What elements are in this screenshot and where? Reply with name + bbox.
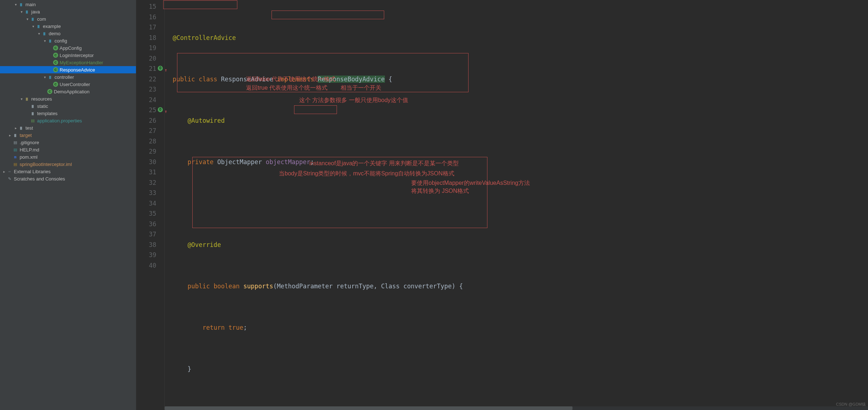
line-number: 32 (136, 178, 156, 188)
tree-item[interactable]: ▮static (0, 102, 136, 110)
tree-item[interactable]: ▾▮main (0, 1, 136, 8)
line-number: 38 (136, 240, 156, 250)
tree-item-label: config (55, 38, 67, 44)
tree-item-label: java (31, 9, 40, 15)
file-icon: ▤ (12, 147, 18, 153)
tree-item-label: target (20, 133, 32, 138)
tree-item-label: Scratches and Consoles (14, 176, 65, 182)
scrollbar-thumb[interactable] (165, 406, 572, 410)
tree-item-label: main (25, 2, 36, 7)
tree-item-label: MyExceptionHandler (60, 60, 103, 65)
folder-icon: ▮ (29, 110, 37, 116)
line-number: 17 (136, 22, 156, 33)
annotation-box (272, 11, 384, 19)
tree-item[interactable]: CUserController (0, 81, 136, 88)
tree-item[interactable]: CAppConfig (0, 44, 136, 52)
line-number: 16 (136, 12, 156, 23)
line-number: 19 (136, 43, 156, 53)
line-number: 39 (136, 250, 156, 260)
tree-item[interactable]: ▤springBootInterceptor.iml (0, 161, 136, 168)
tree-item[interactable]: ✎Scratches and Consoles (0, 175, 136, 182)
project-tree[interactable]: ▾▮main▾▮java▾▮com▾▮example▾▮demo▾▮config… (0, 0, 136, 410)
tree-item[interactable]: ▤.gitignore (0, 139, 136, 146)
tree-item[interactable]: ▸▮test (0, 124, 136, 131)
scratch-icon: ✎ (7, 176, 12, 182)
tree-item[interactable]: ▤HELP.md (0, 146, 136, 153)
tree-item-label: templates (37, 111, 57, 116)
tree-item-label: HELP.md (20, 147, 39, 153)
code-line: private ObjectMapper objectMapper; (173, 157, 868, 167)
tree-item[interactable]: mpom.xml (0, 153, 136, 161)
class-icon: C (53, 53, 58, 58)
tree-item[interactable]: ▾▮controller (0, 73, 136, 81)
line-number: 20 (136, 53, 156, 64)
line-number: 15 (136, 1, 156, 12)
folder-icon: ▮ (41, 31, 48, 36)
tree-item-label: .gitignore (20, 140, 39, 145)
code-line: @Override (173, 240, 868, 250)
line-number: 23 (136, 84, 156, 95)
code-line: @ControllerAdvice (173, 33, 868, 43)
folder-icon: ▮ (35, 23, 43, 29)
tree-item[interactable]: CDemoApplication (0, 88, 136, 95)
tree-item[interactable]: ▾▮demo (0, 30, 136, 37)
tree-item-label: application.properties (37, 118, 82, 123)
folder-icon: ▮ (47, 74, 54, 80)
file-icon: ▤ (12, 139, 18, 145)
code-line: public boolean supports(MethodParameter … (173, 281, 868, 292)
class-icon: C (53, 60, 58, 65)
tree-item[interactable]: CResponseAdvice (0, 66, 136, 73)
annotation-box (163, 0, 237, 9)
line-number: 26 (136, 115, 156, 126)
folder-icon: ▮ (17, 125, 25, 131)
code-area[interactable]: @ControllerAdvice public class ResponseA… (165, 0, 868, 410)
tree-item[interactable]: ▾▮config (0, 37, 136, 44)
tree-item-label: controller (55, 74, 74, 80)
code-line: } (173, 364, 868, 374)
line-number: 18 (136, 33, 156, 43)
code-line: return true; (173, 322, 868, 333)
tree-item-label: AppConfig (60, 45, 82, 51)
tree-item-label: UserController (60, 82, 90, 87)
file-icon: ▤ (30, 118, 36, 123)
tree-item[interactable]: ▾▮com (0, 15, 136, 23)
tree-item[interactable]: ▾▮example (0, 23, 136, 30)
line-number: 24 (136, 95, 156, 105)
tree-item[interactable]: ▸▮target (0, 131, 136, 139)
line-number: 35 (136, 208, 156, 219)
line-number: 37 (136, 229, 156, 240)
tree-item[interactable]: ▾▮resources (0, 95, 136, 102)
annotation-box (294, 105, 337, 114)
folder-icon: ▮ (17, 1, 25, 7)
horizontal-scrollbar[interactable] (165, 406, 868, 410)
annotation-text: 返回true 代表使用这个统一格式 (246, 83, 327, 93)
code-line (173, 198, 868, 209)
folder-icon: ▮ (47, 38, 54, 44)
tree-item-label: DemoApplication (54, 89, 89, 94)
annotation-text: 当body是String类型的时候，mvc不能将Spring自动转换为JSON格… (279, 169, 454, 179)
tree-item-label: test (25, 125, 33, 131)
tree-item[interactable]: ▮templates (0, 110, 136, 117)
chevron-right-icon[interactable]: ▸ (1, 170, 7, 174)
library-icon: ⎓ (7, 169, 12, 174)
folder-icon: ▮ (29, 16, 37, 22)
tree-item[interactable]: CMyExceptionHandler (0, 59, 136, 66)
tree-item[interactable]: ▤application.properties (0, 117, 136, 124)
tree-item-label: static (37, 103, 48, 109)
tree-item-label: example (43, 24, 61, 29)
line-number: 31 (136, 167, 156, 178)
code-line: public class ResponseAdvice implements R… (173, 74, 868, 85)
tree-item-label: pom.xml (20, 154, 37, 160)
tree-item-label: External Libraries (14, 169, 51, 174)
tree-item-label: LoginInterceptor (60, 53, 94, 58)
tree-item[interactable]: ▸⎓External Libraries (0, 168, 136, 175)
tree-item[interactable]: CLoginInterceptor (0, 52, 136, 59)
tree-item[interactable]: ▾▮java (0, 8, 136, 15)
line-gutter: 1516171819202122232425262728293031323334… (136, 0, 165, 410)
line-number: 27 (136, 126, 156, 136)
folder-icon: ▮ (29, 103, 37, 109)
annotation-text: 要使用objectMapper的writeValueAsString方法 (411, 178, 530, 188)
annotation-box (192, 157, 487, 228)
code-editor[interactable]: 1516171819202122232425262728293031323334… (136, 0, 868, 410)
folder-icon: ▮ (12, 132, 19, 138)
